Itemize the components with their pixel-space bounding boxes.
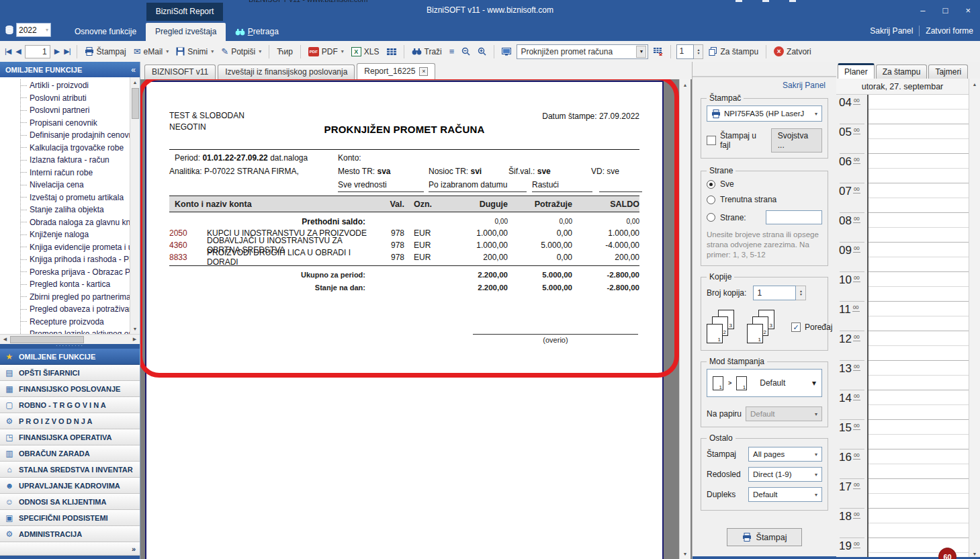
hour-row[interactable] bbox=[868, 420, 969, 449]
export-grid-button[interactable] bbox=[385, 47, 398, 56]
planner-scrollbar[interactable]: ▲ ▼ bbox=[969, 79, 980, 559]
year-selector[interactable]: 2022 ▾ bbox=[5, 23, 51, 37]
print-submit-button[interactable]: Štampaj bbox=[727, 528, 802, 546]
hour-row[interactable] bbox=[868, 213, 969, 243]
tab-izvestaji-finansijsko[interactable]: Izveštaji iz finansijskog poslovanja bbox=[218, 64, 355, 79]
stepper-arrows-icon[interactable]: ▲▼ bbox=[694, 44, 703, 59]
minimize-icon[interactable]: – bbox=[920, 5, 925, 15]
page-range-radio[interactable] bbox=[707, 213, 715, 222]
sidebar-item[interactable]: Pregled obaveza i potraživan bbox=[21, 303, 130, 316]
scroll-left-icon[interactable]: ◀ bbox=[0, 335, 10, 344]
remove-grid-button[interactable] bbox=[652, 46, 665, 57]
page-range-input[interactable] bbox=[766, 210, 822, 224]
sidebar-item[interactable]: Recepture proizvoda bbox=[21, 316, 130, 329]
all-pages-radio[interactable] bbox=[707, 180, 715, 189]
accordion-group[interactable]: ▥ OBRAČUN ZARADA bbox=[0, 445, 140, 462]
accordion-group[interactable]: ☻ UPRAVLJANJE KADROVIMA bbox=[0, 478, 140, 494]
tab-za-stampu[interactable]: Za štampu bbox=[876, 64, 928, 79]
sidebar-item[interactable]: Obrada naloga za glavnu knj bbox=[21, 216, 130, 229]
zoom-out-button[interactable] bbox=[459, 46, 472, 57]
tab-planer[interactable]: Planer bbox=[838, 63, 875, 79]
close-icon[interactable]: × bbox=[965, 5, 971, 15]
last-page-button[interactable]: ▶| bbox=[63, 47, 71, 56]
printer-select[interactable]: NPI75FA35 (HP LaserJ ▾ bbox=[707, 105, 822, 122]
sakrij-panel-link[interactable]: Sakrij Panel bbox=[870, 21, 913, 41]
properties-button[interactable]: Svojstva ... bbox=[771, 128, 822, 153]
sign-button[interactable]: ✎Potpiši▾ bbox=[219, 45, 263, 58]
hour-row[interactable] bbox=[868, 272, 969, 302]
scrollbar-thumb[interactable] bbox=[132, 88, 139, 119]
cyrillic-toggle-button[interactable]: Ћир bbox=[275, 46, 295, 58]
sidebar-item[interactable]: Poreska prijava - Obrazac PF bbox=[21, 266, 130, 279]
hour-row[interactable] bbox=[868, 243, 969, 272]
scroll-right-icon[interactable]: ▶ bbox=[130, 335, 140, 344]
accordion-group[interactable]: ◳ FINANSIJSKA OPERATIVA bbox=[0, 429, 140, 445]
hour-row[interactable] bbox=[868, 361, 969, 390]
sidebar-item[interactable]: Izlazna faktura - račun bbox=[21, 154, 130, 167]
accordion-group[interactable]: ⌂ STALNA SREDSTVA I INVENTAR bbox=[0, 462, 140, 478]
sidebar-item[interactable]: Izveštaj o prometu artikala bbox=[21, 191, 130, 204]
collate-checkbox[interactable]: ✓ bbox=[791, 322, 801, 332]
duplex-select[interactable]: Default▾ bbox=[748, 487, 822, 502]
scrollbar-thumb[interactable] bbox=[10, 336, 84, 343]
accordion-group[interactable]: ☺ ODNOSI SA KLIJENTIMA bbox=[0, 494, 140, 510]
sidebar-item[interactable]: Zbirni pregled po partnerima bbox=[21, 291, 130, 304]
tree-vertical-scrollbar[interactable]: ▲ ▼ bbox=[130, 77, 140, 334]
accordion-group[interactable]: ▢ ROBNO - T R G O V I N A bbox=[0, 397, 140, 413]
accordion-group[interactable]: ▦ FINANSIJSKO POSLOVANJE bbox=[0, 381, 140, 397]
copies-stepper[interactable]: 1 ▲▼ bbox=[676, 44, 703, 59]
scroll-up-icon[interactable]: ▲ bbox=[680, 79, 691, 90]
more-icon[interactable]: » bbox=[132, 545, 136, 553]
copies-count-stepper[interactable]: 1 ▲▼ bbox=[753, 286, 806, 300]
scroll-down-icon[interactable]: ▼ bbox=[130, 324, 140, 334]
tab-tajmeri[interactable]: Tajmeri bbox=[928, 64, 968, 79]
hour-row[interactable] bbox=[868, 390, 969, 420]
stepper-arrows-icon[interactable]: ▲▼ bbox=[796, 286, 806, 300]
accordion-group[interactable]: ▣ SPECIFIČNI PODSISTEMI bbox=[0, 510, 140, 526]
sidebar-item[interactable]: Pregled konta - kartica bbox=[21, 278, 130, 291]
preview-button[interactable] bbox=[500, 46, 513, 57]
sidebar-item[interactable]: Knjiga prihoda i rashoda - PK bbox=[21, 253, 130, 266]
print-button[interactable]: Štampaj bbox=[83, 46, 128, 58]
hour-row[interactable] bbox=[868, 183, 969, 213]
hour-row[interactable] bbox=[868, 124, 969, 154]
export-pdf-button[interactable]: PDFPDF▾ bbox=[306, 46, 346, 58]
email-button[interactable]: ✉eMail▾ bbox=[132, 45, 171, 58]
export-xls-button[interactable]: XXLS bbox=[349, 46, 382, 58]
sidebar-item[interactable]: Artikli - proizvodi bbox=[21, 79, 130, 92]
sidebar-item[interactable]: Stanje zaliha objekta bbox=[21, 204, 130, 216]
sidebar-item[interactable]: Definisanje prodajnih cenovn bbox=[21, 129, 130, 142]
thumbnail-list-button[interactable]: ≡ bbox=[447, 45, 457, 58]
tab-biznisoft-v11[interactable]: BIZNISOFT v11 bbox=[144, 64, 216, 79]
close-tab-icon[interactable]: × bbox=[419, 67, 428, 76]
scroll-up-icon[interactable]: ▲ bbox=[969, 79, 980, 89]
print-mode-select[interactable]: 1 > 1 Default ▾ bbox=[707, 369, 822, 397]
accordion-group[interactable]: ⚙ P R O I Z V O D N J A bbox=[0, 413, 140, 429]
print-pages-select[interactable]: All pages▾ bbox=[748, 447, 822, 462]
accordion-group[interactable]: ▤ OPŠTI ŠIFARNICI bbox=[0, 365, 140, 381]
next-page-button[interactable]: ▶ bbox=[54, 47, 60, 56]
collapse-icon[interactable]: « bbox=[131, 65, 136, 75]
accordion-group[interactable]: ⚙ ADMINISTRACIJA bbox=[0, 526, 140, 542]
accordion-group-omiljene-funkcije[interactable]: ★ OMILJENE FUNKCIJE bbox=[0, 349, 140, 365]
hour-row[interactable] bbox=[868, 331, 969, 361]
tab-osnovne-funkcije[interactable]: Osnovne funkcije bbox=[65, 23, 146, 41]
sidebar-item[interactable]: Knjiga evidencije prometa i u bbox=[21, 241, 130, 254]
first-page-button[interactable]: |◀ bbox=[4, 47, 11, 56]
maximize-icon[interactable]: □ bbox=[943, 5, 948, 15]
hour-row[interactable] bbox=[868, 95, 969, 124]
close-report-button[interactable]: ×Zatvori bbox=[772, 45, 813, 58]
hour-row[interactable] bbox=[868, 449, 969, 479]
page-number-input[interactable]: 1 bbox=[25, 45, 50, 58]
sidebar-item[interactable]: Kalkulacija trgovačke robe bbox=[21, 142, 130, 155]
hour-row[interactable] bbox=[868, 154, 969, 183]
tree-horizontal-scrollbar[interactable]: ◀ ▶ bbox=[0, 334, 140, 344]
tab-pretraga[interactable]: Pretraga bbox=[226, 23, 287, 41]
sidebar-item[interactable]: Poslovni atributi bbox=[21, 92, 130, 105]
schedule-grid[interactable] bbox=[867, 95, 969, 559]
hour-row[interactable] bbox=[868, 509, 969, 538]
sidebar-item[interactable]: Promena lozinke aktivnog op bbox=[21, 328, 130, 334]
sidebar-item[interactable]: Knjiženje naloga bbox=[21, 228, 130, 241]
search-button[interactable]: Traži bbox=[410, 46, 444, 58]
sidebar-item[interactable]: Interni račun robe bbox=[21, 167, 130, 179]
